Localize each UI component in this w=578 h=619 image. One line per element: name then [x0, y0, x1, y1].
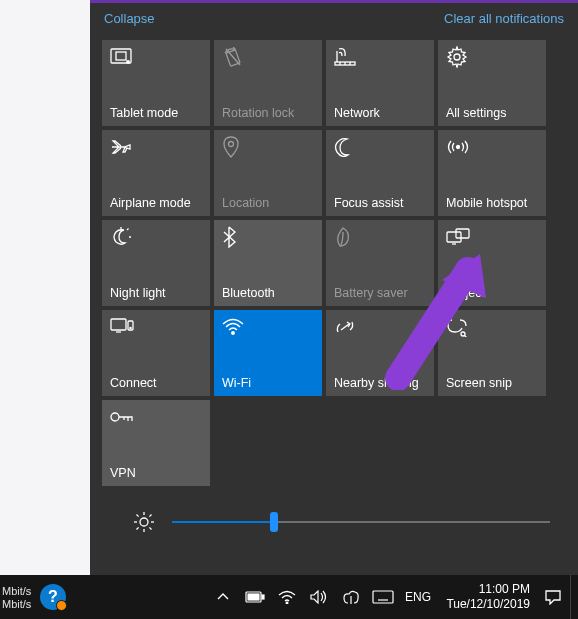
hotspot-icon [446, 136, 540, 158]
tray-app-icon[interactable] [336, 575, 366, 619]
tile-all-settings[interactable]: All settings [438, 40, 546, 126]
svg-rect-38 [262, 595, 264, 599]
tile-airplane-mode[interactable]: Airplane mode [102, 130, 210, 216]
svg-point-24 [461, 332, 465, 336]
svg-point-12 [457, 146, 460, 149]
tray-keyboard-icon[interactable] [368, 575, 398, 619]
tile-network[interactable]: Network [326, 40, 434, 126]
svg-line-15 [127, 229, 129, 231]
tile-label: All settings [446, 106, 540, 120]
svg-rect-17 [456, 229, 469, 238]
tile-mobile-hotspot[interactable]: Mobile hotspot [438, 130, 546, 216]
svg-point-22 [130, 327, 131, 328]
tray-chevron-up-icon[interactable] [208, 575, 238, 619]
tile-label: Project [446, 286, 540, 300]
svg-point-23 [232, 332, 234, 334]
action-center-header: Collapse Clear all notifications [90, 3, 578, 40]
tray-clock[interactable]: 11:00 PM Tue/12/10/2019 [438, 582, 536, 612]
tile-bluetooth[interactable]: Bluetooth [214, 220, 322, 306]
tile-label: Rotation lock [222, 106, 316, 120]
airplane-icon [110, 136, 204, 158]
tile-label: Nearby sharing [334, 376, 428, 390]
slider-fill [172, 521, 274, 523]
tile-label: Bluetooth [222, 286, 316, 300]
tile-location[interactable]: Location [214, 130, 322, 216]
tile-battery-saver[interactable]: Battery saver [326, 220, 434, 306]
svg-line-25 [465, 336, 468, 338]
svg-line-33 [149, 527, 151, 529]
tile-screen-snip[interactable]: Screen snip [438, 310, 546, 396]
moon-icon [334, 136, 428, 158]
netmeter-bottom: Mbit/s [2, 598, 38, 610]
system-tray: ENG 11:00 PM Tue/12/10/2019 [68, 575, 578, 619]
tile-project[interactable]: Project [438, 220, 546, 306]
tile-label: Network [334, 106, 428, 120]
svg-line-34 [137, 527, 139, 529]
help-icon: ? [40, 584, 66, 610]
svg-point-2 [127, 61, 130, 64]
tile-rotation-lock[interactable]: Rotation lock [214, 40, 322, 126]
tray-action-center-icon[interactable] [538, 575, 568, 619]
tile-label: Battery saver [334, 286, 428, 300]
svg-rect-16 [447, 232, 461, 242]
tray-language[interactable]: ENG [400, 590, 436, 604]
taskbar-netmeter: Mbit/s Mbit/s [0, 585, 38, 610]
vpn-icon [110, 406, 204, 428]
svg-line-32 [137, 515, 139, 517]
tile-nearby-sharing[interactable]: Nearby sharing [326, 310, 434, 396]
tile-label: Screen snip [446, 376, 540, 390]
bluetooth-icon [222, 226, 316, 248]
tile-focus-assist[interactable]: Focus assist [326, 130, 434, 216]
tile-label: VPN [110, 466, 204, 480]
svg-rect-19 [111, 319, 126, 330]
tray-date: Tue/12/10/2019 [438, 597, 530, 612]
tray-time: 11:00 PM [438, 582, 530, 597]
project-icon [446, 226, 540, 248]
svg-rect-43 [373, 591, 393, 603]
tile-label: Wi-Fi [222, 376, 316, 390]
slider-thumb[interactable] [270, 512, 278, 532]
brightness-row [90, 486, 578, 534]
netmeter-top: Mbit/s [2, 585, 38, 597]
nearby-icon [334, 316, 428, 338]
brightness-icon [132, 510, 156, 534]
tile-wi-fi[interactable]: Wi-Fi [214, 310, 322, 396]
collapse-link[interactable]: Collapse [104, 11, 155, 26]
nightlight-icon [110, 226, 204, 248]
background-panel [0, 0, 90, 575]
clear-notifications-link[interactable]: Clear all notifications [444, 11, 564, 26]
tablet-icon [110, 46, 204, 68]
tile-label: Tablet mode [110, 106, 204, 120]
location-icon [222, 136, 316, 158]
svg-marker-41 [311, 591, 318, 603]
taskbar-help-button[interactable]: ? [38, 575, 68, 619]
tile-label: Mobile hotspot [446, 196, 540, 210]
desktop: Collapse Clear all notifications Tablet … [0, 0, 578, 619]
svg-point-26 [111, 413, 119, 421]
taskbar: Mbit/s Mbit/s ? ENG [0, 575, 578, 619]
quick-action-grid: Tablet modeRotation lockNetworkAll setti… [90, 40, 578, 486]
connect-icon [110, 316, 204, 338]
rotation-icon [222, 46, 316, 68]
tile-connect[interactable]: Connect [102, 310, 210, 396]
tile-tablet-mode[interactable]: Tablet mode [102, 40, 210, 126]
svg-line-35 [149, 515, 151, 517]
tile-label: Location [222, 196, 316, 210]
action-center-panel: Collapse Clear all notifications Tablet … [90, 0, 578, 575]
svg-point-40 [286, 602, 288, 604]
tile-label: Connect [110, 376, 204, 390]
tile-vpn[interactable]: VPN [102, 400, 210, 486]
tile-label: Night light [110, 286, 204, 300]
tile-night-light[interactable]: Night light [102, 220, 210, 306]
tray-battery-icon[interactable] [240, 575, 270, 619]
tray-wifi-icon[interactable] [272, 575, 302, 619]
svg-point-11 [229, 142, 234, 147]
settings-icon [446, 46, 540, 68]
show-desktop-button[interactable] [570, 575, 576, 619]
wifi-icon [222, 316, 316, 338]
svg-rect-1 [116, 52, 126, 60]
brightness-slider[interactable] [172, 510, 550, 534]
snip-icon [446, 316, 540, 338]
network-icon [334, 46, 428, 68]
tray-volume-icon[interactable] [304, 575, 334, 619]
